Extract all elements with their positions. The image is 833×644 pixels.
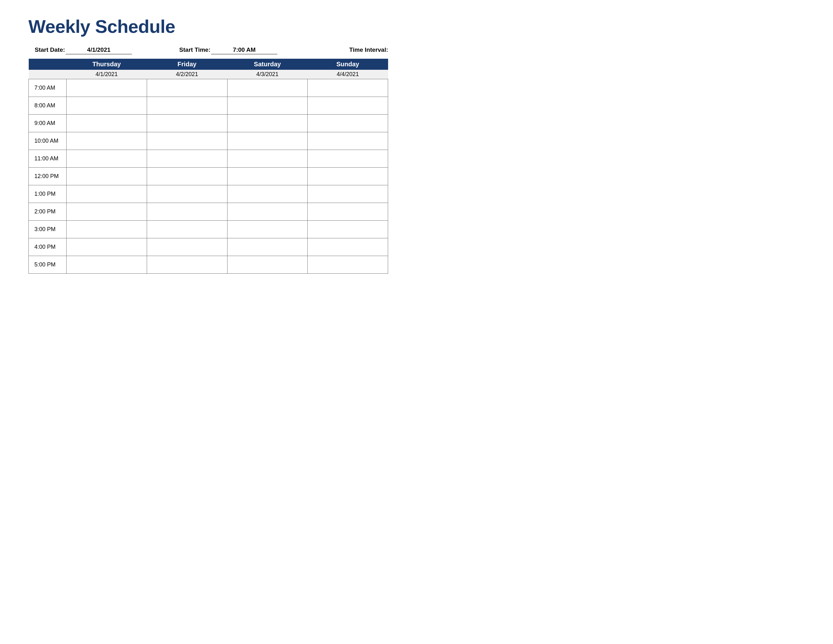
time-label: 5:00 PM xyxy=(29,256,67,274)
schedule-cell xyxy=(227,97,308,114)
time-interval-group: Time Interval: xyxy=(349,47,388,53)
schedule-cell xyxy=(308,238,388,256)
schedule-cell xyxy=(227,256,308,274)
schedule-cell xyxy=(67,238,147,256)
table-row: 4:00 PM xyxy=(29,238,388,256)
time-label: 8:00 AM xyxy=(29,97,67,114)
start-date-value: 4/1/2021 xyxy=(66,47,132,54)
schedule-cell xyxy=(308,203,388,221)
date-header: 4/1/2021 xyxy=(67,70,147,79)
schedule-cell xyxy=(227,79,308,97)
start-date-group: Start Date: 4/1/2021 xyxy=(35,47,132,54)
schedule-cell xyxy=(227,221,308,238)
time-label: 12:00 PM xyxy=(29,167,67,185)
time-label: 9:00 AM xyxy=(29,114,67,132)
schedule-cell xyxy=(227,238,308,256)
schedule-cell xyxy=(67,167,147,185)
header-blank-date xyxy=(29,70,67,79)
schedule-cell xyxy=(308,150,388,167)
table-row: 7:00 AM xyxy=(29,79,388,97)
date-header: 4/3/2021 xyxy=(227,70,308,79)
schedule-cell xyxy=(147,203,227,221)
schedule-cell xyxy=(308,221,388,238)
schedule-cell xyxy=(227,132,308,150)
schedule-cell xyxy=(147,256,227,274)
header-blank-time xyxy=(29,59,67,70)
day-header: Saturday xyxy=(227,59,308,70)
schedule-cell xyxy=(147,167,227,185)
schedule-cell xyxy=(227,150,308,167)
page-title: Weekly Schedule xyxy=(28,16,388,37)
date-header: 4/4/2021 xyxy=(308,70,388,79)
schedule-cell xyxy=(147,150,227,167)
schedule-cell xyxy=(67,150,147,167)
start-time-label: Start Time: xyxy=(179,47,211,53)
schedule-cell xyxy=(227,185,308,203)
schedule-cell xyxy=(147,238,227,256)
schedule-cell xyxy=(147,221,227,238)
table-row: 9:00 AM xyxy=(29,114,388,132)
schedule-cell xyxy=(67,221,147,238)
schedule-cell xyxy=(308,167,388,185)
schedule-cell xyxy=(67,185,147,203)
time-label: 10:00 AM xyxy=(29,132,67,150)
table-row: 2:00 PM xyxy=(29,203,388,221)
schedule-cell xyxy=(308,132,388,150)
schedule-cell xyxy=(308,79,388,97)
table-row: 12:00 PM xyxy=(29,167,388,185)
schedule-table: Thursday Friday Saturday Sunday 4/1/2021… xyxy=(28,59,388,274)
day-header: Thursday xyxy=(67,59,147,70)
weekly-schedule-document: Weekly Schedule Start Date: 4/1/2021 Sta… xyxy=(0,0,416,322)
start-time-group: Start Time: 7:00 AM xyxy=(179,47,277,54)
day-header: Sunday xyxy=(308,59,388,70)
schedule-cell xyxy=(227,203,308,221)
time-label: 4:00 PM xyxy=(29,238,67,256)
schedule-cell xyxy=(67,97,147,114)
schedule-cell xyxy=(147,79,227,97)
table-row: 11:00 AM xyxy=(29,150,388,167)
header-row-days: Thursday Friday Saturday Sunday xyxy=(29,59,388,70)
schedule-cell xyxy=(67,132,147,150)
schedule-cell xyxy=(147,132,227,150)
table-row: 5:00 PM xyxy=(29,256,388,274)
table-row: 3:00 PM xyxy=(29,221,388,238)
schedule-cell xyxy=(147,185,227,203)
schedule-cell xyxy=(67,256,147,274)
start-date-label: Start Date: xyxy=(35,47,65,53)
schedule-cell xyxy=(147,114,227,132)
day-header: Friday xyxy=(147,59,227,70)
time-label: 2:00 PM xyxy=(29,203,67,221)
time-label: 11:00 AM xyxy=(29,150,67,167)
header-row-dates: 4/1/2021 4/2/2021 4/3/2021 4/4/2021 xyxy=(29,70,388,79)
schedule-cell xyxy=(67,203,147,221)
schedule-cell xyxy=(308,185,388,203)
table-row: 1:00 PM xyxy=(29,185,388,203)
time-interval-label: Time Interval: xyxy=(349,47,388,53)
schedule-cell xyxy=(67,79,147,97)
time-label: 3:00 PM xyxy=(29,221,67,238)
schedule-cell xyxy=(227,167,308,185)
time-label: 1:00 PM xyxy=(29,185,67,203)
schedule-cell xyxy=(147,97,227,114)
date-header: 4/2/2021 xyxy=(147,70,227,79)
table-row: 8:00 AM xyxy=(29,97,388,114)
schedule-cell xyxy=(67,114,147,132)
meta-row: Start Date: 4/1/2021 Start Time: 7:00 AM… xyxy=(35,47,388,54)
start-time-value: 7:00 AM xyxy=(211,47,277,54)
schedule-cell xyxy=(308,256,388,274)
table-row: 10:00 AM xyxy=(29,132,388,150)
schedule-cell xyxy=(227,114,308,132)
schedule-cell xyxy=(308,97,388,114)
schedule-cell xyxy=(308,114,388,132)
time-label: 7:00 AM xyxy=(29,79,67,97)
